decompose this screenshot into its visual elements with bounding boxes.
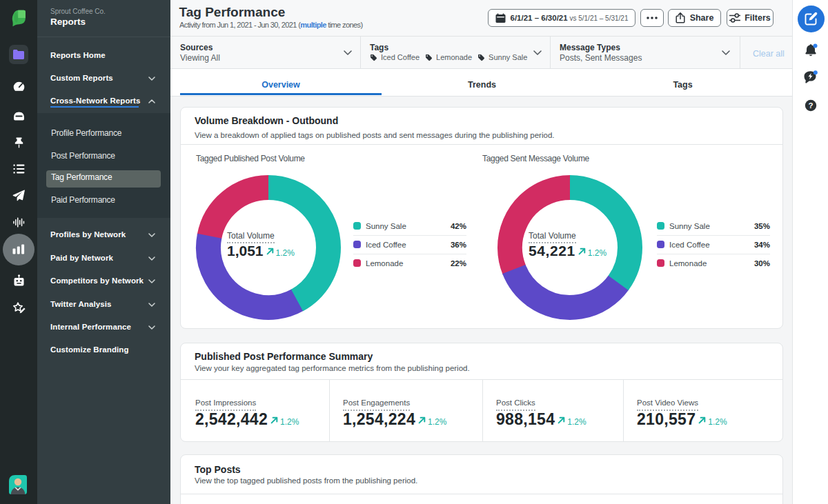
svg-text:?: ? [808, 101, 813, 110]
